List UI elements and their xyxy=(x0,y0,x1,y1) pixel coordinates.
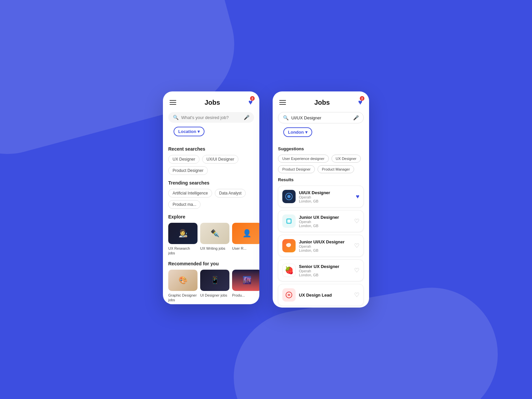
right-location-label: London xyxy=(288,130,304,135)
left-phone-header: Jobs ♥ 2 xyxy=(163,98,259,112)
left-badge: 2 xyxy=(250,96,255,101)
left-search-bar[interactable]: 🔍 🎤 xyxy=(168,112,254,123)
recommend-item-ui[interactable]: 📱 UI Designer jobs xyxy=(200,270,229,303)
job-info-senior-ux: Senior UX Designer Operah London, GB xyxy=(299,264,351,277)
recommend-label-graphic: Graphic Designer jobs xyxy=(168,293,198,303)
right-location-button[interactable]: London ▾ xyxy=(283,127,312,137)
recent-tag-ux-designer[interactable]: UX Designer xyxy=(168,155,200,164)
results-section: Results UI/UX Designer Operah London, GB… xyxy=(273,177,369,306)
job-title-junior-ux: Junior UX Designer xyxy=(299,215,351,220)
suggestion-tag-ue-designer[interactable]: User Experience designer xyxy=(278,155,329,163)
job-location-1: London, GB xyxy=(299,199,352,203)
right-phone-header: Jobs ♥ 2 xyxy=(273,98,369,112)
right-search-bar[interactable]: 🔍 🎤 xyxy=(278,112,364,123)
suggestion-tag-ux-designer[interactable]: UX Designer xyxy=(332,155,361,163)
job-location-4: London, GB xyxy=(299,273,351,277)
job-location-2: London, GB xyxy=(299,224,351,228)
right-badge: 2 xyxy=(360,96,364,101)
explore-label-ux-writing: UX Writing jobs xyxy=(200,246,229,251)
job-company-1: Operah xyxy=(299,195,352,199)
favorite-button-4[interactable]: ♡ xyxy=(354,267,359,274)
job-company-2: Operah xyxy=(299,220,351,224)
recommended-title: Recommended for you xyxy=(163,261,259,270)
recommend-img-produ: 🌆 xyxy=(232,270,259,291)
phones-container: Jobs ♥ 2 🔍 🎤 Location ▾ Recent searches … xyxy=(163,91,369,308)
trending-searches-title: Trending searches xyxy=(163,180,259,189)
job-card-junior-ux[interactable]: Junior UX Designer Operah London, GB ♡ xyxy=(278,210,364,232)
explore-label-ux-research: UX Research jobs xyxy=(168,246,198,256)
trending-tag-product-ma[interactable]: Product ma... xyxy=(168,200,200,209)
menu-icon[interactable] xyxy=(170,100,176,105)
chevron-down-icon: ▾ xyxy=(198,129,200,134)
job-logo-operah-4: 🍓 xyxy=(282,264,296,277)
right-search-input[interactable] xyxy=(291,115,350,120)
recommend-img-ui: 📱 xyxy=(200,270,229,291)
job-logo-operah-3 xyxy=(282,239,296,252)
search-icon: 🔍 xyxy=(173,115,179,120)
job-info-ux-lead: UX Design Lead xyxy=(299,293,351,298)
job-logo-operah-1 xyxy=(282,190,296,203)
location-label: Location xyxy=(178,129,196,134)
job-card-uiux-designer[interactable]: UI/UX Designer Operah London, GB ♥ xyxy=(278,186,364,207)
suggestion-tag-product-manager[interactable]: Product Manager xyxy=(318,165,354,173)
explore-img-user-r: 👤 xyxy=(232,223,259,244)
job-info-junior-uiux: Junior UI/UX Designer Operah London, GB xyxy=(299,239,351,252)
svg-point-1 xyxy=(287,195,291,198)
recommend-item-graphic[interactable]: 🎨 Graphic Designer jobs xyxy=(168,270,198,303)
recommend-img-graphic: 🎨 xyxy=(168,270,198,291)
explore-label-user-r: User R... xyxy=(232,246,259,251)
job-company-3: Operah xyxy=(299,244,351,248)
recent-tag-uxui-designer[interactable]: UX/UI Designer xyxy=(202,155,238,164)
suggestions-section: Suggestions User Experience designer UX … xyxy=(273,146,369,177)
results-title: Results xyxy=(278,177,364,182)
right-mic-icon[interactable]: 🎤 xyxy=(353,115,359,120)
job-title-ux-lead: UX Design Lead xyxy=(299,293,351,298)
recent-tag-product-designer[interactable]: Product Designer xyxy=(168,166,208,175)
recent-tags-row: UX Designer UX/UI Designer Product Desig… xyxy=(163,155,259,180)
trending-tag-data-analyst[interactable]: Data Analyst xyxy=(215,189,246,198)
trending-tags-row: Artificial Intelligence Data Analyst Pro… xyxy=(163,189,259,214)
left-favorites-button[interactable]: ♥ 2 xyxy=(248,98,253,107)
explore-grid: 👩‍🎨 UX Research jobs ✒️ UX Writing jobs … xyxy=(163,223,259,261)
right-search-icon: 🔍 xyxy=(283,115,289,120)
explore-img-ux-research: 👩‍🎨 xyxy=(168,223,198,244)
job-card-senior-ux[interactable]: 🍓 Senior UX Designer Operah London, GB ♡ xyxy=(278,259,364,281)
job-title-junior-uiux: Junior UI/UX Designer xyxy=(299,239,351,244)
favorite-button-2[interactable]: ♡ xyxy=(354,217,359,225)
right-chevron-down-icon: ▾ xyxy=(305,130,308,135)
right-phone: Jobs ♥ 2 🔍 🎤 London ▾ Suggestions User E… xyxy=(273,91,369,308)
favorite-button-5[interactable]: ♡ xyxy=(354,291,359,299)
left-phone: Jobs ♥ 2 🔍 🎤 Location ▾ Recent searches … xyxy=(163,91,259,304)
recommend-label-ui: UI Designer jobs xyxy=(200,293,229,298)
right-menu-icon[interactable] xyxy=(279,100,286,105)
job-company-4: Operah xyxy=(299,269,351,273)
recent-searches-title: Recent searches xyxy=(163,146,259,155)
job-title-senior-ux: Senior UX Designer xyxy=(299,264,351,269)
recommend-grid: 🎨 Graphic Designer jobs 📱 UI Designer jo… xyxy=(163,270,259,303)
recommend-label-produ: Produ... xyxy=(232,293,259,298)
job-title-uiux: UI/UX Designer xyxy=(299,190,352,195)
job-logo-operah-5 xyxy=(282,288,296,302)
job-card-junior-uiux[interactable]: Junior UI/UX Designer Operah London, GB … xyxy=(278,235,364,257)
explore-img-ux-writing: ✒️ xyxy=(200,223,229,244)
job-location-3: London, GB xyxy=(299,248,351,252)
recommend-item-produ[interactable]: 🌆 Produ... xyxy=(232,270,259,303)
job-info-junior-ux: Junior UX Designer Operah London, GB xyxy=(299,215,351,228)
suggestions-title: Suggestions xyxy=(278,146,364,151)
job-info-uiux-designer: UI/UX Designer Operah London, GB xyxy=(299,190,352,203)
left-search-input[interactable] xyxy=(181,115,241,120)
explore-item-ux-research[interactable]: 👩‍🎨 UX Research jobs xyxy=(168,223,198,256)
left-phone-title: Jobs xyxy=(204,99,220,106)
location-button[interactable]: Location ▾ xyxy=(174,127,204,136)
job-card-ux-lead[interactable]: UX Design Lead ♡ xyxy=(278,284,364,306)
favorite-button-3[interactable]: ♡ xyxy=(354,242,359,249)
suggestion-tag-product-designer[interactable]: Product Designer xyxy=(278,165,315,173)
mic-icon[interactable]: 🎤 xyxy=(244,115,249,120)
favorite-button-1[interactable]: ♥ xyxy=(356,193,359,200)
explore-item-ux-writing[interactable]: ✒️ UX Writing jobs xyxy=(200,223,229,256)
trending-tag-ai[interactable]: Artificial Intelligence xyxy=(168,189,212,198)
svg-rect-3 xyxy=(287,219,291,223)
right-favorites-button[interactable]: ♥ 2 xyxy=(358,98,362,107)
job-logo-operah-2 xyxy=(282,214,296,228)
explore-item-user-r[interactable]: 👤 User R... xyxy=(232,223,259,256)
